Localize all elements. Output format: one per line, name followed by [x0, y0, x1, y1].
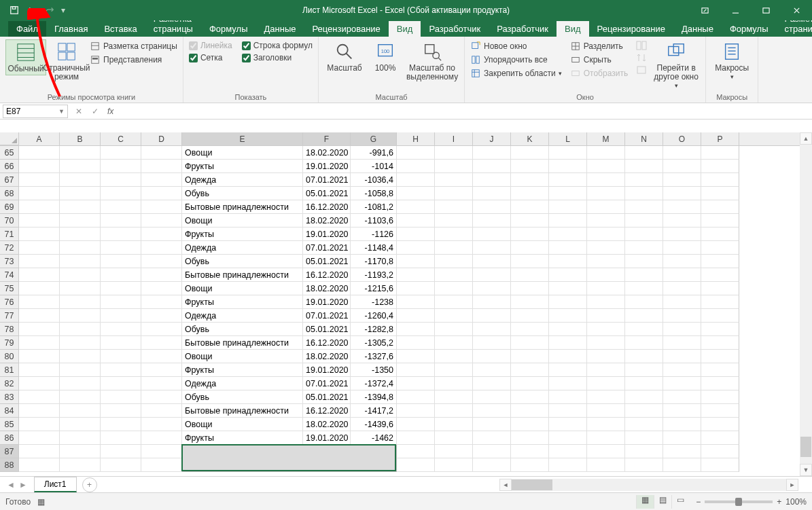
cell-D82[interactable] — [141, 377, 182, 390]
cell-I74[interactable] — [435, 268, 473, 282]
cell-O81[interactable] — [663, 363, 701, 377]
cell-L79[interactable] — [549, 336, 587, 350]
cell-E81[interactable]: Фрукты — [182, 363, 303, 377]
table-row[interactable]: 87 — [0, 445, 812, 458]
cell-B69[interactable] — [60, 200, 101, 214]
cell-L73[interactable] — [549, 255, 587, 268]
cell-B83[interactable] — [60, 390, 101, 404]
cell-A67[interactable] — [19, 173, 60, 187]
table-row[interactable]: 84Бытовые принадлежности16.12.2020-1417,… — [0, 404, 812, 418]
cell-C76[interactable] — [101, 295, 141, 309]
cell-D73[interactable] — [141, 255, 182, 268]
col-header-H[interactable]: H — [397, 132, 435, 145]
page-break-preview-icon[interactable]: ▭ — [671, 495, 689, 509]
cell-K65[interactable] — [511, 146, 549, 160]
scroll-right-icon[interactable]: ► — [786, 479, 798, 491]
table-row[interactable]: 70Овощи18.02.2020-1103,6 — [0, 214, 812, 227]
split-button[interactable]: Разделить — [570, 41, 628, 52]
cell-K87[interactable] — [511, 445, 549, 458]
tab-Вставка[interactable]: Вставка — [96, 21, 145, 37]
cell-M67[interactable] — [587, 173, 625, 187]
cell-I88[interactable] — [435, 458, 473, 472]
cell-G67[interactable]: -1036,4 — [351, 173, 397, 187]
cell-L88[interactable] — [549, 458, 587, 472]
tab-Формулы[interactable]: Формулы — [201, 21, 256, 37]
cell-H72[interactable] — [397, 241, 435, 255]
redo-icon[interactable] — [42, 3, 57, 18]
cell-P83[interactable] — [701, 390, 739, 404]
cell-L74[interactable] — [549, 268, 587, 282]
cell-F79[interactable]: 16.12.2020 — [303, 336, 351, 350]
cell-P71[interactable] — [701, 227, 739, 241]
cell-M86[interactable] — [587, 431, 625, 445]
table-row[interactable]: 67Одежда07.01.2021-1036,4 — [0, 173, 812, 187]
cell-F65[interactable]: 18.02.2020 — [303, 146, 351, 160]
cell-K75[interactable] — [511, 282, 549, 295]
table-row[interactable]: 79Бытовые принадлежности16.12.2020-1305,… — [0, 336, 812, 350]
cell-F71[interactable]: 19.01.2020 — [303, 227, 351, 241]
cell-D75[interactable] — [141, 282, 182, 295]
cell-N86[interactable] — [625, 431, 663, 445]
cell-O80[interactable] — [663, 350, 701, 363]
cell-F77[interactable]: 07.01.2021 — [303, 309, 351, 323]
cell-H81[interactable] — [397, 363, 435, 377]
cell-J71[interactable] — [473, 227, 511, 241]
cell-O72[interactable] — [663, 241, 701, 255]
cell-C67[interactable] — [101, 173, 141, 187]
ruler-checkbox[interactable]: Линейка — [189, 41, 232, 50]
col-header-N[interactable]: N — [625, 132, 663, 145]
formula-bar-checkbox[interactable]: Строка формул — [242, 41, 313, 50]
cell-F75[interactable]: 18.02.2020 — [303, 282, 351, 295]
cell-C87[interactable] — [101, 445, 141, 458]
cell-H78[interactable] — [397, 323, 435, 336]
gridlines-checkbox[interactable]: Сетка — [189, 53, 232, 62]
cell-D84[interactable] — [141, 404, 182, 418]
cell-B85[interactable] — [60, 418, 101, 431]
cell-H74[interactable] — [397, 268, 435, 282]
tab-Данные[interactable]: Данные — [256, 21, 304, 37]
horizontal-scrollbar[interactable]: ◄ ► — [499, 479, 798, 491]
cell-I65[interactable] — [435, 146, 473, 160]
cell-M69[interactable] — [587, 200, 625, 214]
cell-C85[interactable] — [101, 418, 141, 431]
cell-F69[interactable]: 16.12.2020 — [303, 200, 351, 214]
cell-A80[interactable] — [19, 350, 60, 363]
cell-H67[interactable] — [397, 173, 435, 187]
new-window-button[interactable]: Новое окно — [470, 41, 562, 52]
cell-O82[interactable] — [663, 377, 701, 390]
cell-F76[interactable]: 19.01.2020 — [303, 295, 351, 309]
page-layout-button[interactable]: Разметка страницы — [90, 41, 177, 52]
table-row[interactable]: 65Овощи18.02.2020-991,6 — [0, 146, 812, 160]
cell-J66[interactable] — [473, 160, 511, 173]
cell-I73[interactable] — [435, 255, 473, 268]
cell-M82[interactable] — [587, 377, 625, 390]
cell-J81[interactable] — [473, 363, 511, 377]
cell-A65[interactable] — [19, 146, 60, 160]
cell-J79[interactable] — [473, 336, 511, 350]
cell-P68[interactable] — [701, 187, 739, 200]
scroll-left-icon[interactable]: ◄ — [499, 479, 512, 491]
cell-I83[interactable] — [435, 390, 473, 404]
cell-D67[interactable] — [141, 173, 182, 187]
row-header[interactable]: 70 — [0, 214, 19, 227]
cell-P73[interactable] — [701, 255, 739, 268]
cell-E86[interactable]: Фрукты — [182, 431, 303, 445]
cell-L68[interactable] — [549, 187, 587, 200]
cell-J77[interactable] — [473, 309, 511, 323]
formula-input[interactable] — [118, 105, 812, 118]
cell-J78[interactable] — [473, 323, 511, 336]
col-header-F[interactable]: F — [303, 132, 351, 145]
cell-N79[interactable] — [625, 336, 663, 350]
cell-B71[interactable] — [60, 227, 101, 241]
cell-B74[interactable] — [60, 268, 101, 282]
table-row[interactable]: 85Овощи18.02.2020-1439,6 — [0, 418, 812, 431]
scroll-thumb[interactable] — [800, 437, 811, 457]
cell-C86[interactable] — [101, 431, 141, 445]
cell-D77[interactable] — [141, 309, 182, 323]
table-row[interactable]: 75Овощи18.02.2020-1215,6 — [0, 282, 812, 295]
cell-M75[interactable] — [587, 282, 625, 295]
cell-F74[interactable]: 16.12.2020 — [303, 268, 351, 282]
cell-P75[interactable] — [701, 282, 739, 295]
cell-F83[interactable]: 05.01.2021 — [303, 390, 351, 404]
cell-L85[interactable] — [549, 418, 587, 431]
